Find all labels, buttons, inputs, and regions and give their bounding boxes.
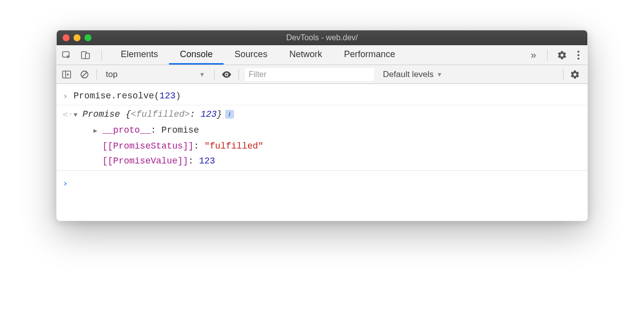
console-result-row[interactable]: <· ▼Promise {<fulfilled>: 123}i	[57, 105, 587, 123]
info-badge-icon[interactable]: i	[225, 110, 234, 119]
row-separator	[57, 170, 587, 171]
tab-sources[interactable]: Sources	[224, 45, 278, 65]
execution-context-selector[interactable]: top ▼	[103, 70, 208, 80]
separator	[547, 50, 548, 61]
more-tabs-icon[interactable]: »	[529, 49, 538, 61]
log-levels-selector[interactable]: Default levels ▼	[380, 70, 446, 80]
disclosure-triangle-icon[interactable]: ▶	[93, 124, 102, 139]
object-property-row[interactable]: ▶__proto__: Promise	[57, 123, 587, 139]
dropdown-caret-icon: ▼	[437, 71, 443, 78]
kebab-menu-icon[interactable]	[576, 49, 580, 62]
svg-line-6	[82, 72, 87, 77]
tabs-list: ElementsConsoleSourcesNetworkPerformance	[110, 45, 406, 65]
console-input-row[interactable]: › Promise.resolve(123)	[57, 87, 587, 105]
levels-label: Default levels	[383, 70, 434, 80]
console-result-summary: ▼Promise {<fulfilled>: 123}i	[74, 107, 234, 123]
main-tabs-bar: ElementsConsoleSourcesNetworkPerformance…	[57, 45, 587, 65]
result-chevron-icon: <·	[63, 107, 74, 122]
window-titlebar: DevTools - web.dev/	[57, 30, 587, 45]
toggle-sidebar-icon[interactable]	[61, 69, 73, 80]
live-expression-icon[interactable]	[221, 69, 233, 80]
separator	[214, 69, 215, 80]
svg-rect-3	[63, 71, 71, 78]
settings-gear-icon[interactable]	[557, 50, 567, 61]
disclosure-triangle-icon[interactable]: ▼	[74, 108, 82, 123]
result-children: ▶__proto__: Promise[[PromiseStatus]]: "f…	[57, 123, 587, 168]
clear-console-icon[interactable]	[79, 69, 90, 80]
console-toolbar: top ▼ Default levels ▼	[57, 65, 587, 84]
separator	[101, 50, 102, 61]
separator	[563, 69, 564, 80]
tab-elements[interactable]: Elements	[110, 45, 169, 65]
object-property-row[interactable]: [[PromiseStatus]]: "fulfilled"	[57, 139, 587, 154]
console-body: › Promise.resolve(123) <· ▼Promise {<ful…	[57, 84, 587, 221]
prompt-chevron-icon: ›	[63, 176, 74, 191]
console-settings-gear-icon[interactable]	[569, 69, 580, 80]
zoom-window-button[interactable]	[84, 34, 91, 41]
inspect-element-icon[interactable]	[61, 49, 73, 61]
device-toolbar-icon[interactable]	[80, 49, 91, 61]
console-input-code: Promise.resolve(123)	[74, 88, 181, 103]
tab-console[interactable]: Console	[169, 45, 224, 65]
tab-network[interactable]: Network	[278, 45, 333, 65]
dropdown-caret-icon: ▼	[199, 71, 205, 78]
window-title: DevTools - web.dev/	[286, 33, 358, 42]
traffic-lights	[63, 34, 91, 41]
context-label: top	[106, 70, 118, 80]
input-chevron-icon: ›	[63, 88, 74, 103]
separator	[96, 69, 97, 80]
devtools-window: DevTools - web.dev/ ElementsConsoleSourc…	[56, 30, 588, 221]
object-property-row[interactable]: [[PromiseValue]]: 123	[57, 154, 587, 168]
minimize-window-button[interactable]	[74, 34, 80, 41]
svg-rect-2	[85, 53, 89, 59]
console-prompt-row[interactable]: ›	[57, 173, 587, 191]
close-window-button[interactable]	[63, 34, 70, 41]
tab-performance[interactable]: Performance	[333, 45, 406, 65]
separator	[239, 69, 239, 80]
console-filter-input[interactable]	[245, 68, 374, 81]
